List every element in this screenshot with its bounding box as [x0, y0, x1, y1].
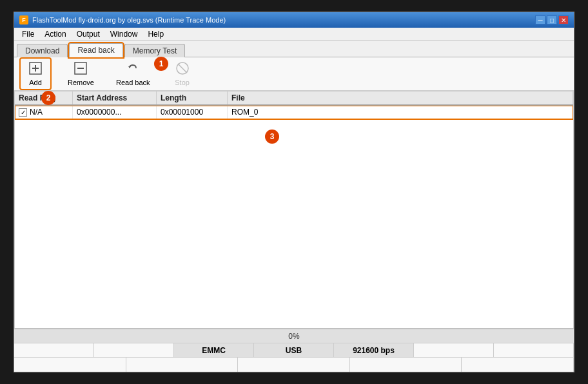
- table-header: Read Flag Start Address Length File: [15, 91, 573, 106]
- menu-help[interactable]: Help: [142, 28, 169, 40]
- cell-read-flag: ✓ N/A: [15, 106, 73, 119]
- maximize-button[interactable]: □: [547, 15, 557, 24]
- remove-icon: [74, 61, 88, 77]
- main-window: F FlashToolMod fly-droid.org by oleg.svs…: [14, 12, 574, 372]
- menu-file[interactable]: File: [17, 28, 39, 40]
- title-bar-left: F FlashToolMod fly-droid.org by oleg.svs…: [19, 15, 226, 24]
- stop-button-label: Stop: [175, 79, 190, 86]
- progress-bar: 0%: [14, 329, 574, 343]
- cell-file: ROM_0: [228, 106, 573, 119]
- status-baud: 921600 bps: [334, 343, 414, 357]
- row-checkbox[interactable]: ✓: [19, 108, 27, 117]
- bottom-cell-2: [126, 358, 239, 372]
- col-length: Length: [157, 91, 228, 104]
- bottom-row: [14, 358, 574, 372]
- status-cell-4: [494, 343, 574, 357]
- stop-button[interactable]: Stop: [166, 58, 199, 90]
- col-start-address: Start Address: [73, 91, 157, 104]
- svg-marker-5: [128, 66, 131, 68]
- minimize-button[interactable]: ─: [535, 15, 545, 24]
- app-icon: F: [19, 15, 28, 24]
- menu-bar: File Action Output Window Help: [14, 28, 574, 41]
- data-table: Read Flag Start Address Length File ✓ N/…: [14, 91, 574, 329]
- read-back-icon: [126, 61, 140, 77]
- cell-start-address: 0x0000000...: [73, 106, 157, 119]
- title-bar-controls: ─ □ ✕: [535, 15, 569, 24]
- menu-action[interactable]: Action: [39, 28, 71, 40]
- status-cell-2: [94, 343, 174, 357]
- read-flag-value: N/A: [30, 108, 43, 117]
- menu-output[interactable]: Output: [72, 28, 105, 40]
- status-usb: USB: [254, 343, 334, 357]
- table-row[interactable]: ✓ N/A 0x0000000... 0x00001000 ROM_0: [15, 106, 573, 119]
- status-cell-3: [414, 343, 494, 357]
- tabs-bar: Download Read back Memory Test: [14, 41, 574, 57]
- remove-button[interactable]: Remove: [62, 58, 100, 90]
- status-info-row: EMMC USB 921600 bps: [14, 343, 574, 358]
- toolbar: Add Remove Read back: [14, 57, 574, 91]
- cell-length: 0x00001000: [157, 106, 228, 119]
- add-button[interactable]: Add: [19, 57, 52, 90]
- status-cell-1: [14, 343, 94, 357]
- window-title: FlashToolMod fly-droid.org by oleg.svs (…: [32, 16, 226, 24]
- stop-icon: [175, 61, 190, 77]
- read-back-button[interactable]: Read back: [110, 58, 156, 90]
- bottom-cell-3: [238, 358, 350, 372]
- title-bar: F FlashToolMod fly-droid.org by oleg.svs…: [14, 12, 574, 28]
- add-icon: [28, 61, 43, 77]
- bottom-cell-4: [350, 358, 462, 372]
- remove-button-label: Remove: [68, 79, 94, 86]
- tab-read-back[interactable]: Read back: [69, 43, 122, 57]
- col-file: File: [228, 91, 573, 104]
- svg-line-7: [178, 64, 187, 73]
- bottom-cell-1: [14, 358, 126, 372]
- tab-download[interactable]: Download: [17, 44, 68, 57]
- progress-label: 0%: [288, 332, 299, 341]
- menu-window[interactable]: Window: [105, 28, 143, 40]
- status-bar: 0% EMMC USB 921600 bps: [14, 329, 574, 372]
- col-read-flag: Read Flag: [15, 91, 73, 104]
- read-back-button-label: Read back: [116, 79, 150, 86]
- bottom-cell-5: [462, 358, 574, 372]
- status-emmc: EMMC: [174, 343, 254, 357]
- add-button-label: Add: [29, 79, 42, 86]
- tab-memory-test[interactable]: Memory Test: [124, 44, 185, 57]
- close-button[interactable]: ✕: [558, 15, 569, 24]
